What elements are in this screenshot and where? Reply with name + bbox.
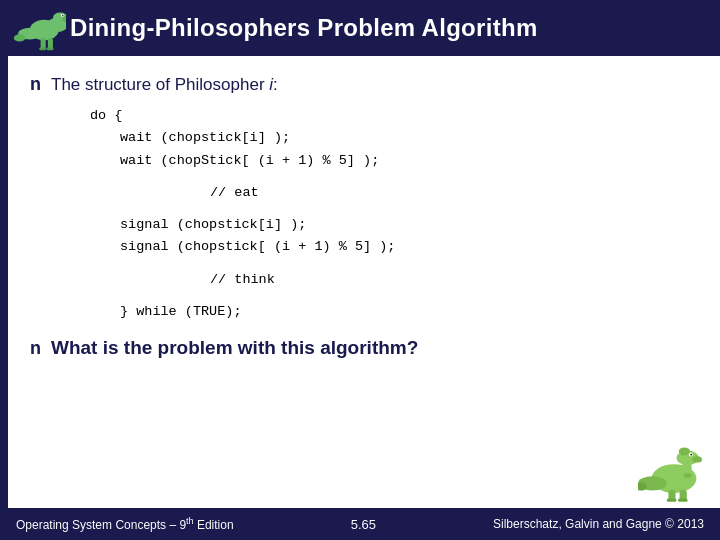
- code-line-wait2: wait (chopStick[ (i + 1) % 5] );: [120, 150, 690, 172]
- code-wait2-text: wait (chopStick[ (i + 1) % 5] );: [120, 153, 379, 168]
- section1-text-before: The structure of Philosopher: [51, 75, 269, 94]
- svg-rect-24: [667, 499, 677, 502]
- svg-point-19: [690, 454, 692, 456]
- section2-text: What is the problem with this algorithm?: [51, 337, 418, 359]
- bullet-2: n: [30, 338, 41, 359]
- svg-point-5: [62, 15, 63, 16]
- bullet-1: n: [30, 74, 41, 95]
- code-while-text: } while (TRUE);: [120, 304, 242, 319]
- code-line-while: } while (TRUE);: [120, 301, 690, 323]
- footer-copyright: Silberschatz, Galvin and Gagne © 2013: [493, 517, 704, 531]
- spacer1: [90, 172, 690, 182]
- footer-page-number: 5.65: [351, 517, 376, 532]
- svg-point-26: [684, 473, 692, 478]
- code-block: do { wait (chopstick[i] ); wait (chopSti…: [90, 105, 690, 323]
- footer: Operating System Concepts – 9th Edition …: [0, 508, 720, 540]
- svg-rect-25: [678, 499, 688, 502]
- spacer3: [90, 259, 690, 269]
- svg-rect-12: [46, 47, 53, 50]
- section1-text: The structure of Philosopher i:: [51, 75, 278, 95]
- footer-edition-end: Edition: [194, 518, 234, 532]
- code-signal2-text: signal (chopstick[ (i + 1) % 5] );: [120, 239, 395, 254]
- code-comment-eat: // eat: [210, 182, 690, 204]
- spacer2: [90, 204, 690, 214]
- section1-header: n The structure of Philosopher i:: [30, 74, 690, 95]
- code-comment-think: // think: [210, 269, 690, 291]
- svg-point-17: [692, 456, 702, 462]
- svg-point-16: [679, 447, 690, 455]
- code-line-signal1: signal (chopstick[i] );: [120, 214, 690, 236]
- section2-header: n What is the problem with this algorith…: [30, 337, 690, 359]
- footer-edition-sup: th: [186, 516, 194, 526]
- code-wait1-text: wait (chopstick[i] );: [120, 130, 290, 145]
- header: Dining-Philosophers Problem Algorithm: [0, 0, 720, 56]
- svg-point-8: [14, 34, 26, 41]
- footer-left-text: Operating System Concepts – 9th Edition: [16, 516, 234, 532]
- code-think-text: // think: [210, 272, 275, 287]
- main-content: n The structure of Philosopher i: do { w…: [0, 56, 720, 379]
- code-line-wait1: wait (chopstick[i] );: [120, 127, 690, 149]
- page-title: Dining-Philosophers Problem Algorithm: [70, 14, 538, 42]
- code-line-do: do {: [90, 105, 690, 127]
- spacer4: [90, 291, 690, 301]
- footer-edition-text: Operating System Concepts – 9: [16, 518, 186, 532]
- code-line-signal2: signal (chopstick[ (i + 1) % 5] );: [120, 236, 690, 258]
- section1-text-after: :: [273, 75, 278, 94]
- svg-rect-11: [39, 47, 46, 50]
- dino-icon-bottom: [638, 445, 710, 505]
- code-signal1-text: signal (chopstick[i] );: [120, 217, 306, 232]
- code-eat-text: // eat: [210, 185, 259, 200]
- code-do-brace: do {: [90, 108, 122, 123]
- left-accent-bar: [0, 56, 8, 508]
- svg-rect-6: [53, 19, 60, 29]
- dino-icon-top: [8, 4, 66, 56]
